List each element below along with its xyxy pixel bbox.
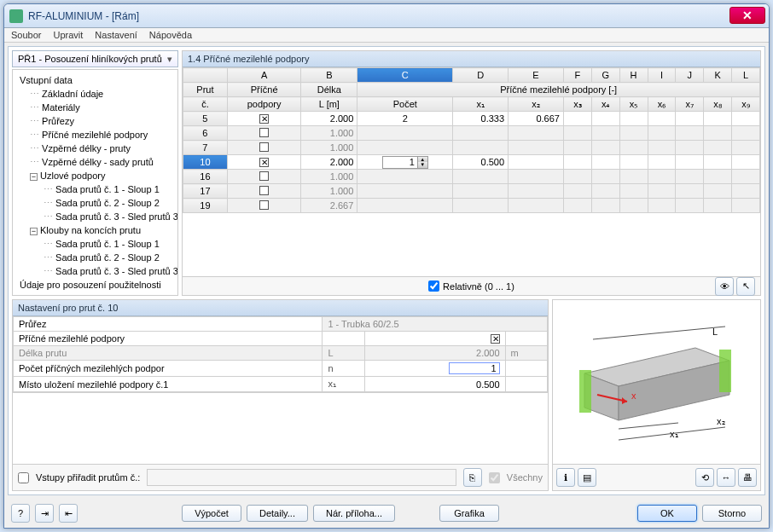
tree-item[interactable]: ⋯ Sada prutů č. 3 - Sled prutů 3 — [15, 264, 176, 278]
tree-item[interactable]: ⋯ Sada prutů č. 2 - Sloup 2 — [15, 196, 176, 210]
tree-item[interactable]: ⋯ Příčné mezilehlé podpory — [15, 128, 176, 142]
cancel-button[interactable]: Storno — [702, 505, 762, 522]
ok-button[interactable]: OK — [637, 505, 697, 522]
detail-row[interactable]: Příčné mezilehlé podpory — [14, 332, 548, 346]
tree-item[interactable]: ⋯ Sada prutů č. 3 - Sled prutů 3 — [15, 210, 176, 223]
count-input[interactable] — [383, 157, 417, 168]
axis-x-label: x — [631, 390, 636, 401]
nat-annex-button[interactable]: Nár. příloha... — [313, 505, 395, 522]
export-icon[interactable]: ⇤ — [59, 504, 78, 523]
graphics-button[interactable]: Grafika — [439, 505, 499, 522]
dim-L: L — [712, 327, 718, 337]
tree-item[interactable]: ⋯ Průřezy — [15, 114, 176, 128]
help-icon[interactable]: ? — [11, 504, 30, 523]
table-row[interactable]: 171.000 — [183, 184, 760, 199]
lower-area: Nastavení pro prut č. 10 Průřez1 - Trubk… — [12, 299, 761, 491]
svg-line-7 — [593, 327, 725, 339]
detail-checkbox[interactable] — [491, 334, 500, 344]
relative-label: Relativně (0 ... 1) — [443, 281, 514, 292]
nav-tree[interactable]: Vstupní data⋯ Základní údaje⋯ Materiály⋯… — [12, 69, 178, 296]
tree-item[interactable]: ⋯ Sada prutů č. 1 - Sloup 1 — [15, 237, 176, 251]
print-icon[interactable]: 🖶 — [738, 468, 757, 487]
detail-footer: Vstupy přiřadit prutům č.: ⎘ Všechny — [13, 464, 548, 490]
grid-panel: 1.4 Příčné mezilehlé podpory ABCDEFGHIJK… — [182, 50, 761, 296]
menu-settings[interactable]: Nastavení — [95, 30, 137, 40]
relative-checkbox[interactable] — [428, 280, 439, 292]
section-icon[interactable]: ▤ — [578, 468, 596, 487]
all-label: Všechny — [507, 472, 543, 483]
calc-button[interactable]: Výpočet — [182, 505, 241, 522]
menubar: Soubor Upravit Nastavení Nápověda — [4, 28, 769, 43]
grid-scroll[interactable]: ABCDEFGHIJKLPrutPříčnéDélkaPříčné mezile… — [183, 67, 760, 276]
svg-rect-4 — [719, 350, 731, 392]
tree-item[interactable]: ⋯ Sada prutů č. 2 - Sloup 2 — [15, 251, 176, 264]
menu-file[interactable]: Soubor — [11, 30, 41, 40]
tree-item[interactable]: ⋯ Základní údaje — [15, 87, 176, 101]
table-row[interactable]: 161.000 — [183, 170, 760, 184]
content: PŘ1 - Posouzení hliníkových prutů Vstupn… — [8, 46, 765, 495]
bottom-bar: ? ⇥ ⇤ Výpočet Detaily... Nár. příloha...… — [4, 499, 769, 528]
detail-title: Nastavení pro prut č. 10 — [13, 300, 548, 316]
all-checkbox — [489, 472, 500, 483]
eye-icon[interactable]: 👁 — [715, 277, 734, 296]
dim-x2: x₂ — [717, 416, 725, 426]
titlebar: RF-ALUMINIUM - [Rám] ✕ — [4, 4, 769, 28]
beam-diagram: x L x₁ x₂ — [567, 314, 747, 450]
svg-rect-3 — [579, 370, 591, 413]
tree-item[interactable]: ⋯ Vzpěrné délky - sady prutů — [15, 155, 176, 169]
assign-label: Vstupy přiřadit prutům č.: — [36, 472, 140, 483]
table-row[interactable]: 61.000 — [183, 126, 760, 141]
tree-item[interactable]: Údaje pro posouzení použitelnosti — [15, 278, 176, 292]
detail-row[interactable]: Průřez1 - Trubka 60/2.5 — [14, 317, 548, 332]
view-icon[interactable]: ⟲ — [695, 468, 714, 487]
svg-line-8 — [619, 423, 678, 429]
tree-item[interactable]: ⋯ Vzpěrné délky - pruty — [15, 142, 176, 155]
menu-edit[interactable]: Upravit — [53, 30, 83, 40]
assign-input[interactable] — [147, 469, 456, 486]
close-button[interactable]: ✕ — [729, 7, 765, 24]
table-row[interactable]: 71.000 — [183, 141, 760, 155]
tree-item[interactable]: ⋯ Sada prutů č. 1 - Sloup 1 — [15, 182, 176, 196]
upper-area: PŘ1 - Posouzení hliníkových prutů Vstupn… — [12, 50, 761, 296]
import-icon[interactable]: ⇥ — [35, 504, 54, 523]
detail-spacer — [13, 392, 548, 464]
grid-title: 1.4 Příčné mezilehlé podpory — [183, 51, 760, 67]
window: RF-ALUMINIUM - [Rám] ✕ Soubor Upravit Na… — [3, 3, 770, 529]
detail-row[interactable]: Délka prutuL2.000m — [14, 346, 548, 361]
table-row[interactable]: 192.667 — [183, 199, 760, 213]
grid-footer: Relativně (0 ... 1) 👁 ↖ — [183, 276, 760, 295]
table-row[interactable]: 52.00020.3330.667 — [183, 112, 760, 126]
app-icon — [9, 9, 23, 23]
detail-row[interactable]: Počet příčných mezilehlých podporn1 — [14, 361, 548, 377]
supports-grid[interactable]: ABCDEFGHIJKLPrutPříčnéDélkaPříčné mezile… — [183, 67, 760, 213]
zoom-icon[interactable]: ↔ — [717, 468, 735, 487]
pick-icon[interactable]: ↖ — [736, 277, 755, 296]
sidebar: PŘ1 - Posouzení hliníkových prutů Vstupn… — [12, 50, 178, 296]
case-combo[interactable]: PŘ1 - Posouzení hliníkových prutů — [12, 50, 178, 67]
preview-panel: x L x₁ x₂ ℹ ▤ — [552, 299, 761, 491]
tree-item[interactable]: Vstupní data — [15, 73, 176, 87]
info-icon[interactable]: ℹ — [556, 468, 575, 487]
menu-help[interactable]: Nápověda — [149, 30, 192, 40]
details-button[interactable]: Detaily... — [247, 505, 308, 522]
assign-checkbox[interactable] — [18, 472, 29, 483]
pick-members-icon[interactable]: ⎘ — [463, 468, 482, 487]
tree-item[interactable]: ⋯ Materiály — [15, 101, 176, 114]
window-title: RF-ALUMINIUM - [Rám] — [28, 10, 139, 22]
detail-table[interactable]: Průřez1 - Trubka 60/2.5Příčné mezilehlé … — [13, 316, 548, 392]
table-row[interactable]: 102.000▲▼0.500 — [183, 155, 760, 170]
tree-item[interactable]: −Klouby na koncích prutu — [15, 223, 176, 237]
detail-panel: Nastavení pro prut č. 10 Průřez1 - Trubk… — [12, 299, 549, 491]
preview-footer: ℹ ▤ ⟲ ↔ 🖶 — [553, 464, 760, 490]
preview-image: x L x₁ x₂ — [553, 300, 760, 464]
tree-item[interactable]: −Uzlové podpory — [15, 169, 176, 182]
detail-row[interactable]: Místo uložení mezilehlé podpory č.1x₁0.5… — [14, 377, 548, 392]
